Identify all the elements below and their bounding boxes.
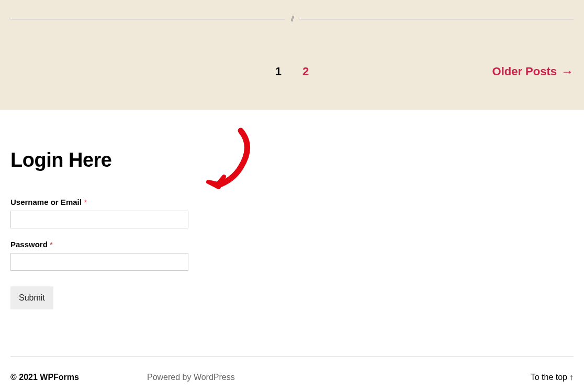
password-input[interactable] bbox=[10, 253, 188, 271]
section-divider: // bbox=[10, 0, 574, 23]
copyright-text: © 2021 WPForms bbox=[10, 373, 79, 382]
arrow-right-icon: → bbox=[561, 64, 574, 79]
to-top-link[interactable]: To the top ↑ bbox=[531, 373, 574, 382]
username-label: Username or Email * bbox=[10, 198, 574, 206]
password-label: Password * bbox=[10, 240, 574, 249]
older-posts-link[interactable]: Older Posts → bbox=[492, 64, 574, 79]
page-numbers: 1 2 bbox=[275, 65, 309, 78]
required-marker: * bbox=[50, 240, 53, 249]
password-field-group: Password * bbox=[10, 240, 574, 271]
divider-line-right bbox=[299, 19, 574, 19]
submit-button[interactable]: Submit bbox=[10, 286, 53, 309]
login-form-section: Login Here Username or Email * Password … bbox=[0, 110, 584, 356]
divider-line-left bbox=[10, 19, 285, 19]
page-link-2[interactable]: 2 bbox=[302, 65, 309, 78]
to-top-label: To the top bbox=[531, 373, 567, 382]
footer: © 2021 WPForms Powered by WordPress To t… bbox=[0, 357, 584, 388]
login-heading: Login Here bbox=[10, 149, 574, 171]
username-input[interactable] bbox=[10, 211, 188, 228]
username-label-text: Username or Email bbox=[10, 198, 82, 206]
username-field-group: Username or Email * bbox=[10, 198, 574, 228]
password-label-text: Password bbox=[10, 240, 48, 249]
pagination-section: // 1 2 Older Posts → bbox=[0, 0, 584, 110]
arrow-up-icon: ↑ bbox=[569, 373, 574, 382]
page-current: 1 bbox=[275, 65, 282, 78]
powered-by-link[interactable]: Powered by WordPress bbox=[147, 373, 235, 382]
required-marker: * bbox=[84, 198, 87, 206]
pagination: 1 2 Older Posts → bbox=[10, 65, 574, 78]
older-posts-label: Older Posts bbox=[492, 65, 557, 78]
divider-slashes: // bbox=[285, 15, 299, 23]
